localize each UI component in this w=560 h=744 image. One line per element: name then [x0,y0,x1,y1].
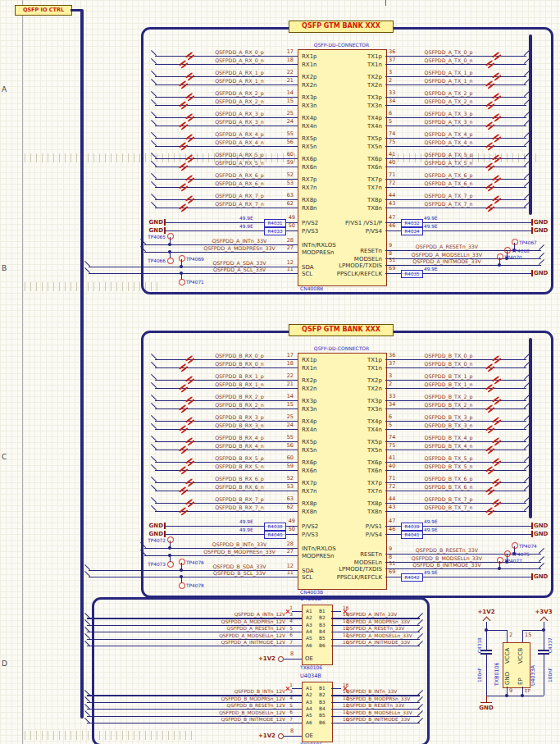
test-point[interactable] [504,247,511,253]
net-label[interactable]: QSFPDD_A_TX_6_p [400,172,497,178]
net-label[interactable]: QSFPDD_B_TX_3_p [400,414,497,420]
test-point-label[interactable]: TP4066 [133,258,166,263]
connector-refdes[interactable]: CN4008B [300,286,323,291]
net-label[interactable]: QSFPDD_A_TX_3_n [400,119,497,125]
gnd-port[interactable]: GND [143,523,163,529]
net-label[interactable]: QSFPDD_B_TX_1_n [400,381,497,387]
net-label[interactable]: QSFPDD_A_MODSELLn_33V [402,252,492,258]
net-label[interactable]: QSFPDD_A_MODPRSn_33V [346,619,410,625]
resistor[interactable]: R4031 [264,219,286,227]
test-point[interactable] [512,542,518,549]
net-label[interactable]: QSFPDD_A_MODPRSn_12V [187,619,285,625]
net-label[interactable]: QSFPDD_B_TX_6_p [400,476,497,482]
power-port-1v2[interactable]: +1V2 [253,655,275,662]
test-point-label[interactable]: TP4070 [504,255,522,260]
net-label[interactable]: QSFPDD_B_TX_1_p [400,373,497,379]
test-point[interactable] [512,239,518,245]
net-label[interactable]: QSFPDD_B_MODSELLn_33V [402,555,492,561]
test-point-label[interactable]: TP4068 [512,249,530,253]
net-label[interactable]: QSFPDD_A_TX_1_p [400,70,497,75]
bank-title[interactable]: QSFP GTM BANK XXX [289,324,394,336]
test-point[interactable] [179,559,185,565]
test-point[interactable] [167,561,174,568]
net-label[interactable]: QSFPDD_B_INTn_33V [346,689,397,695]
gnd-port[interactable]: GND [143,227,163,234]
net-label[interactable]: QSFPDD_B_INTn_12V [187,689,285,695]
bank-title[interactable]: QSFP GTM BANK XXX [289,21,394,33]
net-label[interactable]: QSFPDD_B_MODSELLn_33V [346,710,412,716]
net-label[interactable]: QSFPDD_B_MODSELLn_12V [187,710,285,716]
gnd-port[interactable]: GND [534,219,548,226]
net-label[interactable]: QSFPDD_B_TX_4_n [400,443,497,449]
net-label[interactable]: QSFPDD_A_TX_4_p [400,131,497,137]
net-label[interactable]: QSFPDD_B_MODPRSn_33V [346,696,410,702]
resistor[interactable]: R4033 [264,227,286,235]
net-label[interactable]: QSFPDD_B_TX_4_p [400,435,497,440]
test-point[interactable] [497,253,503,260]
io-ctrl-port[interactable]: QSFP IO CTRL [15,5,72,16]
gnd-port[interactable]: GND [143,219,163,226]
resistor[interactable]: R4042 [401,573,423,582]
gnd-port[interactable]: GND [534,227,548,234]
capacitor-refdes[interactable]: C4337 [548,632,553,653]
net-label[interactable]: QSFPDD_A_TX_5_n [400,160,497,166]
resistor[interactable]: R4035 [401,270,423,278]
net-label[interactable]: QSFPDD_A_INITMODE_12V [187,640,285,646]
resistor[interactable]: R4041 [401,531,423,539]
gnd-port[interactable]: GND [534,531,548,537]
test-point-label[interactable]: TP4073 [133,562,166,567]
resistor[interactable]: R4032 [401,219,423,227]
test-point-label[interactable]: TP4075 [512,552,530,557]
power-port-1v2[interactable]: +1V2 [253,733,275,739]
test-point[interactable] [497,557,503,564]
net-label[interactable]: QSFPDD_B_TX_0_p [400,353,497,358]
test-point-label[interactable]: TP4074 [519,544,537,549]
net-label[interactable]: QSFPDD_A_TX_6_n [400,180,497,186]
net-label[interactable]: QSFPDD_A_INTn_33V [346,612,397,618]
net-label[interactable]: QSFPDD_A_TX_0_n [400,57,497,63]
gnd-port[interactable]: GND [534,523,548,529]
net-label[interactable]: QSFPDD_A_RESETn_33V [346,626,404,632]
net-label[interactable]: QSFPDD_B_TX_7_n [400,504,497,510]
net-label[interactable]: QSFPDD_B_TX_3_n [400,422,497,428]
net-label[interactable]: QSFPDD_A_RESETn_12V [187,626,285,632]
net-label[interactable]: QSFPDD_B_INITMODE_12V [187,717,285,723]
net-label[interactable]: QSFPDD_B_TX_2_n [400,402,497,408]
net-label[interactable]: QSFPDD_A_TX_4_n [400,139,497,145]
net-label[interactable]: QSFPDD_B_TX_5_p [400,455,497,461]
net-label[interactable]: QSFPDD_B_TX_6_n [400,484,497,490]
net-label[interactable]: QSFPDD_A_MODSELLn_33V [346,633,412,639]
net-label[interactable]: QSFPDD_A_TX_2_p [400,90,497,96]
net-label[interactable]: QSFPDD_B_RESETn_12V [187,703,285,709]
net-label[interactable]: QSFPDD_B_INITMODE_33V [402,562,492,568]
test-point-label[interactable]: TP4072 [133,538,166,543]
test-point[interactable] [167,258,174,264]
resistor[interactable]: R4034 [401,227,423,235]
resistor[interactable]: R4038 [264,523,286,531]
net-label[interactable]: QSFPDD_B_TX_0_n [400,361,497,367]
power-port-1v2[interactable]: +1V2 [474,609,499,615]
net-label[interactable]: QSFPDD_A_INTn_12V [187,612,285,618]
shifter-refdes[interactable]: U4034B [300,673,321,678]
net-label[interactable]: QSFPDD_A_MODSELLn_12V [187,633,285,639]
net-label[interactable]: QSFPDD_A_TX_7_p [400,193,497,199]
test-point-label[interactable]: TP4071 [186,280,204,285]
test-point[interactable] [179,279,185,285]
net-label[interactable]: QSFPDD_A_RESETn_33V [402,244,492,249]
test-point[interactable] [179,255,185,262]
test-point[interactable] [167,536,174,543]
capacitor-refdes[interactable]: C4318 [477,632,482,653]
test-point-label[interactable]: TP4069 [186,257,204,262]
net-label[interactable]: QSFPDD_B_INITMODE_33V [346,717,410,723]
net-label[interactable]: QSFPDD_A_TX_5_p [400,152,497,157]
net-label[interactable]: QSFPDD_B_MODPRSn_12V [187,696,285,702]
gnd-port[interactable]: GND [534,573,548,580]
shifter-refdes[interactable]: U4033B [300,596,321,601]
test-point-label[interactable]: TP4077 [504,559,522,564]
gnd-port[interactable]: GND [143,531,163,537]
net-label[interactable]: QSFPDD_A_TX_2_n [400,98,497,104]
test-point[interactable] [179,582,185,589]
test-point[interactable] [504,550,511,557]
test-point-label[interactable]: TP4076 [186,560,204,565]
gnd-port[interactable]: GND [475,705,498,711]
